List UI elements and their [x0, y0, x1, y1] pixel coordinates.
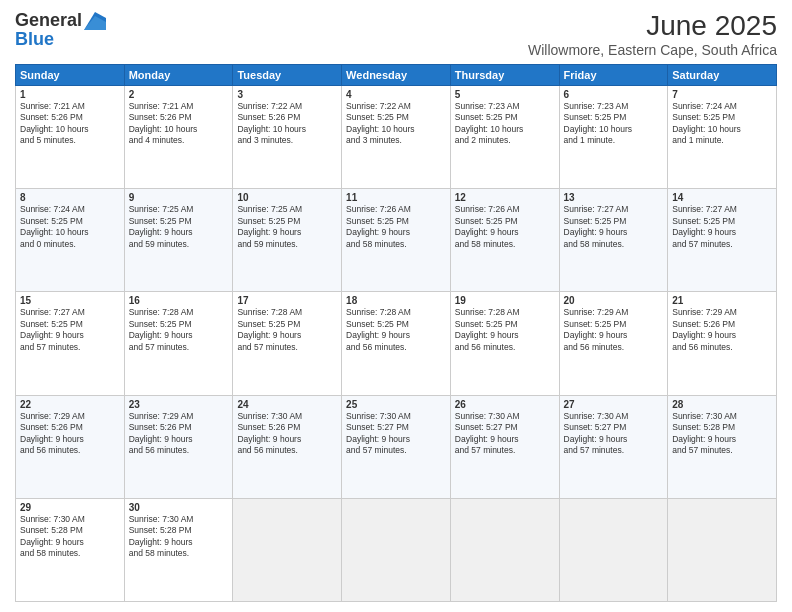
day-info: Sunrise: 7:29 AM Sunset: 5:25 PM Dayligh… — [564, 307, 664, 353]
calendar-cell: 17Sunrise: 7:28 AM Sunset: 5:25 PM Dayli… — [233, 292, 342, 395]
calendar-cell: 24Sunrise: 7:30 AM Sunset: 5:26 PM Dayli… — [233, 395, 342, 498]
calendar-cell: 27Sunrise: 7:30 AM Sunset: 5:27 PM Dayli… — [559, 395, 668, 498]
day-number: 27 — [564, 399, 664, 410]
calendar-cell: 16Sunrise: 7:28 AM Sunset: 5:25 PM Dayli… — [124, 292, 233, 395]
day-info: Sunrise: 7:29 AM Sunset: 5:26 PM Dayligh… — [672, 307, 772, 353]
day-info: Sunrise: 7:26 AM Sunset: 5:25 PM Dayligh… — [455, 204, 555, 250]
day-info: Sunrise: 7:30 AM Sunset: 5:27 PM Dayligh… — [455, 411, 555, 457]
day-number: 6 — [564, 89, 664, 100]
day-info: Sunrise: 7:23 AM Sunset: 5:25 PM Dayligh… — [455, 101, 555, 147]
calendar-cell: 22Sunrise: 7:29 AM Sunset: 5:26 PM Dayli… — [16, 395, 125, 498]
weekday-header-sunday: Sunday — [16, 65, 125, 86]
calendar-cell: 3Sunrise: 7:22 AM Sunset: 5:26 PM Daylig… — [233, 86, 342, 189]
weekday-header-wednesday: Wednesday — [342, 65, 451, 86]
calendar-cell: 21Sunrise: 7:29 AM Sunset: 5:26 PM Dayli… — [668, 292, 777, 395]
logo: General Blue — [15, 10, 106, 50]
day-info: Sunrise: 7:30 AM Sunset: 5:28 PM Dayligh… — [672, 411, 772, 457]
day-number: 17 — [237, 295, 337, 306]
weekday-header-tuesday: Tuesday — [233, 65, 342, 86]
calendar-cell: 6Sunrise: 7:23 AM Sunset: 5:25 PM Daylig… — [559, 86, 668, 189]
day-number: 10 — [237, 192, 337, 203]
calendar-cell: 23Sunrise: 7:29 AM Sunset: 5:26 PM Dayli… — [124, 395, 233, 498]
calendar-cell: 12Sunrise: 7:26 AM Sunset: 5:25 PM Dayli… — [450, 189, 559, 292]
day-number: 18 — [346, 295, 446, 306]
day-info: Sunrise: 7:28 AM Sunset: 5:25 PM Dayligh… — [346, 307, 446, 353]
day-number: 1 — [20, 89, 120, 100]
calendar-cell: 5Sunrise: 7:23 AM Sunset: 5:25 PM Daylig… — [450, 86, 559, 189]
calendar-cell: 8Sunrise: 7:24 AM Sunset: 5:25 PM Daylig… — [16, 189, 125, 292]
day-info: Sunrise: 7:27 AM Sunset: 5:25 PM Dayligh… — [20, 307, 120, 353]
calendar-cell: 14Sunrise: 7:27 AM Sunset: 5:25 PM Dayli… — [668, 189, 777, 292]
day-info: Sunrise: 7:28 AM Sunset: 5:25 PM Dayligh… — [129, 307, 229, 353]
calendar-cell: 2Sunrise: 7:21 AM Sunset: 5:26 PM Daylig… — [124, 86, 233, 189]
day-number: 12 — [455, 192, 555, 203]
calendar-cell: 28Sunrise: 7:30 AM Sunset: 5:28 PM Dayli… — [668, 395, 777, 498]
calendar-cell — [233, 498, 342, 601]
day-info: Sunrise: 7:29 AM Sunset: 5:26 PM Dayligh… — [20, 411, 120, 457]
calendar-cell: 7Sunrise: 7:24 AM Sunset: 5:25 PM Daylig… — [668, 86, 777, 189]
calendar-cell: 25Sunrise: 7:30 AM Sunset: 5:27 PM Dayli… — [342, 395, 451, 498]
day-number: 23 — [129, 399, 229, 410]
calendar-cell: 15Sunrise: 7:27 AM Sunset: 5:25 PM Dayli… — [16, 292, 125, 395]
page: General Blue June 2025 Willowmore, Easte… — [0, 0, 792, 612]
day-number: 14 — [672, 192, 772, 203]
day-info: Sunrise: 7:21 AM Sunset: 5:26 PM Dayligh… — [129, 101, 229, 147]
logo-blue-text: Blue — [15, 29, 54, 49]
day-number: 26 — [455, 399, 555, 410]
day-info: Sunrise: 7:21 AM Sunset: 5:26 PM Dayligh… — [20, 101, 120, 147]
calendar-cell: 1Sunrise: 7:21 AM Sunset: 5:26 PM Daylig… — [16, 86, 125, 189]
logo-text: General — [15, 10, 106, 31]
calendar-cell — [450, 498, 559, 601]
calendar-cell: 26Sunrise: 7:30 AM Sunset: 5:27 PM Dayli… — [450, 395, 559, 498]
day-number: 4 — [346, 89, 446, 100]
day-number: 13 — [564, 192, 664, 203]
calendar-cell: 4Sunrise: 7:22 AM Sunset: 5:25 PM Daylig… — [342, 86, 451, 189]
calendar-cell: 11Sunrise: 7:26 AM Sunset: 5:25 PM Dayli… — [342, 189, 451, 292]
day-number: 21 — [672, 295, 772, 306]
day-number: 8 — [20, 192, 120, 203]
day-number: 11 — [346, 192, 446, 203]
calendar-cell: 18Sunrise: 7:28 AM Sunset: 5:25 PM Dayli… — [342, 292, 451, 395]
calendar-cell — [668, 498, 777, 601]
day-info: Sunrise: 7:26 AM Sunset: 5:25 PM Dayligh… — [346, 204, 446, 250]
day-info: Sunrise: 7:30 AM Sunset: 5:28 PM Dayligh… — [129, 514, 229, 560]
day-number: 30 — [129, 502, 229, 513]
title-block: June 2025 Willowmore, Eastern Cape, Sout… — [528, 10, 777, 58]
day-info: Sunrise: 7:30 AM Sunset: 5:27 PM Dayligh… — [346, 411, 446, 457]
weekday-header-saturday: Saturday — [668, 65, 777, 86]
day-info: Sunrise: 7:30 AM Sunset: 5:26 PM Dayligh… — [237, 411, 337, 457]
day-number: 20 — [564, 295, 664, 306]
calendar: SundayMondayTuesdayWednesdayThursdayFrid… — [15, 64, 777, 602]
day-number: 16 — [129, 295, 229, 306]
day-info: Sunrise: 7:28 AM Sunset: 5:25 PM Dayligh… — [455, 307, 555, 353]
day-info: Sunrise: 7:27 AM Sunset: 5:25 PM Dayligh… — [672, 204, 772, 250]
day-number: 28 — [672, 399, 772, 410]
logo-general: General — [15, 10, 82, 31]
day-info: Sunrise: 7:28 AM Sunset: 5:25 PM Dayligh… — [237, 307, 337, 353]
header: General Blue June 2025 Willowmore, Easte… — [15, 10, 777, 58]
day-number: 3 — [237, 89, 337, 100]
day-info: Sunrise: 7:30 AM Sunset: 5:28 PM Dayligh… — [20, 514, 120, 560]
calendar-cell: 29Sunrise: 7:30 AM Sunset: 5:28 PM Dayli… — [16, 498, 125, 601]
day-number: 25 — [346, 399, 446, 410]
calendar-cell: 20Sunrise: 7:29 AM Sunset: 5:25 PM Dayli… — [559, 292, 668, 395]
month-title: June 2025 — [528, 10, 777, 42]
day-number: 2 — [129, 89, 229, 100]
calendar-cell — [342, 498, 451, 601]
day-number: 22 — [20, 399, 120, 410]
day-info: Sunrise: 7:25 AM Sunset: 5:25 PM Dayligh… — [129, 204, 229, 250]
day-info: Sunrise: 7:29 AM Sunset: 5:26 PM Dayligh… — [129, 411, 229, 457]
weekday-header-monday: Monday — [124, 65, 233, 86]
day-number: 7 — [672, 89, 772, 100]
calendar-cell: 10Sunrise: 7:25 AM Sunset: 5:25 PM Dayli… — [233, 189, 342, 292]
day-number: 19 — [455, 295, 555, 306]
location-title: Willowmore, Eastern Cape, South Africa — [528, 42, 777, 58]
day-info: Sunrise: 7:22 AM Sunset: 5:26 PM Dayligh… — [237, 101, 337, 147]
day-info: Sunrise: 7:24 AM Sunset: 5:25 PM Dayligh… — [672, 101, 772, 147]
day-info: Sunrise: 7:24 AM Sunset: 5:25 PM Dayligh… — [20, 204, 120, 250]
day-number: 5 — [455, 89, 555, 100]
logo-icon — [84, 12, 106, 30]
day-number: 15 — [20, 295, 120, 306]
weekday-header-friday: Friday — [559, 65, 668, 86]
day-number: 9 — [129, 192, 229, 203]
